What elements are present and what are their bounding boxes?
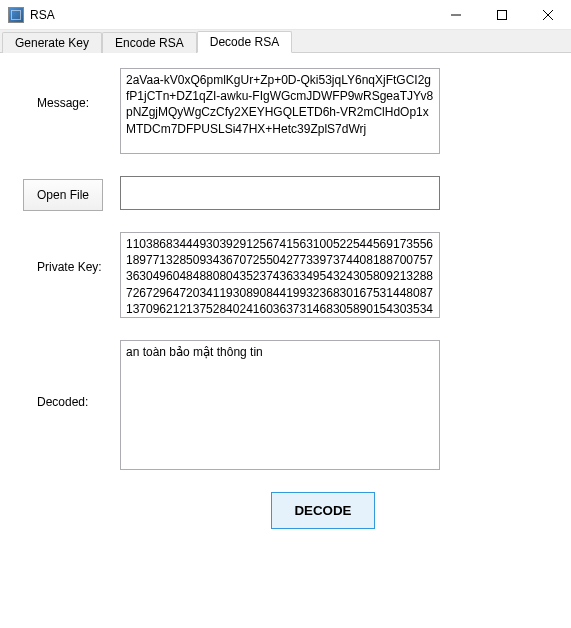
openfile-button-wrap: Open File: [15, 179, 120, 211]
title-bar-left: RSA: [8, 7, 55, 23]
message-input[interactable]: [120, 68, 440, 154]
maximize-button[interactable]: [479, 0, 525, 29]
window-controls: [433, 0, 571, 29]
decoded-row: Decoded:: [15, 340, 546, 474]
title-bar: RSA: [0, 0, 571, 30]
decoded-label: Decoded:: [15, 340, 120, 409]
decode-button-row: DECODE: [15, 492, 546, 529]
close-button[interactable]: [525, 0, 571, 29]
privatekey-field-wrap: [120, 232, 546, 322]
privatekey-input[interactable]: [120, 232, 440, 318]
tab-generate-key[interactable]: Generate Key: [2, 32, 102, 53]
openfile-field-wrap: [120, 176, 546, 214]
message-label: Message:: [15, 68, 120, 110]
decoded-output[interactable]: [120, 340, 440, 470]
message-field-wrap: [120, 68, 546, 158]
window-title: RSA: [30, 8, 55, 22]
minimize-button[interactable]: [433, 0, 479, 29]
svg-rect-1: [498, 10, 507, 19]
privatekey-row: Private Key:: [15, 232, 546, 322]
tab-encode-rsa[interactable]: Encode RSA: [102, 32, 197, 53]
privatekey-label: Private Key:: [15, 232, 120, 274]
app-icon: [8, 7, 24, 23]
message-row: Message:: [15, 68, 546, 158]
open-file-button[interactable]: Open File: [23, 179, 103, 211]
tab-content: Message: Open File Private Key: Decoded:…: [0, 53, 571, 544]
decoded-field-wrap: [120, 340, 546, 474]
tab-decode-rsa[interactable]: Decode RSA: [197, 31, 292, 53]
tab-bar: Generate Key Encode RSA Decode RSA: [0, 30, 571, 53]
decode-button[interactable]: DECODE: [271, 492, 374, 529]
openfile-row: Open File: [15, 176, 546, 214]
file-path-input[interactable]: [120, 176, 440, 210]
